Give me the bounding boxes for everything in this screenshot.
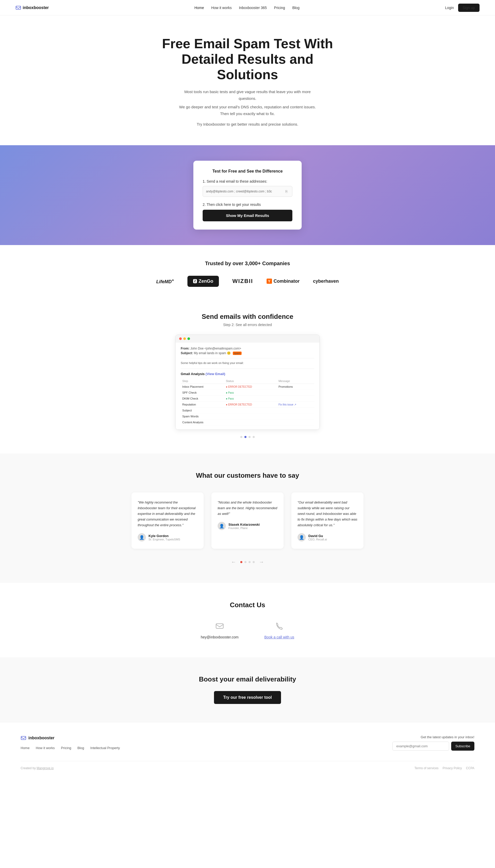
fix-link[interactable]: Fix this issue ↗ xyxy=(278,403,296,406)
avatar-2: 👤 xyxy=(218,522,226,530)
table-row: SPF Check ● Pass xyxy=(181,389,314,396)
carousel-dot-3[interactable] xyxy=(249,436,251,438)
contact-email-item: hey@inboxbooster.com xyxy=(201,622,239,639)
footer-logo-text: inboxbooster xyxy=(28,736,54,740)
phone-icon xyxy=(275,622,283,632)
nav-inboxbooster365[interactable]: Inboxbooster 365 xyxy=(239,6,267,10)
ccpa-link[interactable]: CCPA xyxy=(466,766,474,770)
hero-desc2: We go deeper and test your email's DNS c… xyxy=(175,104,320,117)
contact-section: Contact Us hey@inboxbooster.com Book a c… xyxy=(0,583,495,657)
svg-rect-0 xyxy=(16,6,21,9)
credit-link[interactable]: Mangrove.io xyxy=(37,766,54,770)
col-status: Status xyxy=(224,379,277,384)
next-arrow[interactable]: → xyxy=(259,559,264,565)
table-row: Spam Words xyxy=(181,413,314,419)
testimonials-nav: ← → xyxy=(16,559,479,565)
table-row: Inbox Placement ● ERROR DETECTED Promoti… xyxy=(181,384,314,389)
show-results-button[interactable]: Show My Email Results xyxy=(203,210,292,221)
dot-green xyxy=(187,337,190,340)
analysis-table: Step Status Message Inbox Placement ● ER… xyxy=(181,379,314,425)
footer-link-home[interactable]: Home xyxy=(21,746,30,750)
footer-link-pricing[interactable]: Pricing xyxy=(61,746,71,750)
footer-link-blog[interactable]: Blog xyxy=(78,746,84,750)
footer-link-ip[interactable]: Intellectual Property xyxy=(90,746,120,750)
prev-arrow[interactable]: ← xyxy=(231,559,236,565)
email-addresses-box: andy@ibptesto.com ; creed@ibptesto.com ;… xyxy=(203,186,292,197)
view-email-link[interactable]: (View Email) xyxy=(205,372,225,376)
testimonial-author-3: 👤 David Gu CEO, Recall.ai xyxy=(297,533,357,541)
t-dot-4[interactable] xyxy=(253,561,255,563)
resolver-button[interactable]: Try our free resolver tool xyxy=(214,691,281,704)
testimonial-author-2: 👤 Stasek Kolarzowski Founder, Plane xyxy=(218,522,277,530)
carousel-dot-2[interactable] xyxy=(244,436,246,438)
nav-signup[interactable]: Sign up xyxy=(458,4,479,12)
svg-rect-2 xyxy=(21,736,26,740)
book-call-link[interactable]: Book a call with us xyxy=(264,635,294,639)
author-name-2: Stasek Kolarzowski xyxy=(228,523,260,527)
copy-icon[interactable]: ⎘ xyxy=(284,189,289,194)
nav-logo[interactable]: inboxbooster xyxy=(16,5,49,11)
logo-icon xyxy=(16,5,21,11)
step-subtitle: Step 2: See all errors detected xyxy=(10,323,485,327)
status-badge: ● ERROR DETECTED xyxy=(226,403,252,406)
newsletter-input[interactable] xyxy=(392,741,449,751)
step2-label: 2. Then click here to get your results xyxy=(203,202,292,206)
nav-links: Home How it works Inboxbooster 365 Prici… xyxy=(194,6,300,10)
privacy-link[interactable]: Privacy Policy xyxy=(443,766,462,770)
hero-cta-text: Try Inboxbooster to get better results a… xyxy=(175,121,320,128)
contact-email: hey@inboxbooster.com xyxy=(201,635,239,639)
logos-row: LifeMD+ Z ZenGo WIZBII Y Combinator cybe… xyxy=(10,276,485,287)
t-dot-3[interactable] xyxy=(249,561,251,563)
footer-link-how[interactable]: How it works xyxy=(36,746,55,750)
hero-section: Free Email Spam Test With Detailed Resul… xyxy=(0,16,495,145)
testimonial-dots xyxy=(240,561,255,563)
testimonial-card-3: "Our email deliverability went bad sudde… xyxy=(291,493,363,549)
email-from-line: From: John Doe <john@emailinspam.com> xyxy=(181,347,314,350)
author-name-1: Kyle Gordon xyxy=(149,534,180,538)
author-role-1: Sr. Engineer, TupeloSMS xyxy=(149,538,180,541)
newsletter-form: Subscribe xyxy=(392,741,474,751)
footer-newsletter: Get the latest updates in your inbox! Su… xyxy=(392,735,474,751)
analysis-title: Gmail Analysis (View Email) xyxy=(181,372,314,376)
hero-desc1: Most tools run basic tests and give vagu… xyxy=(175,88,320,102)
col-message: Message xyxy=(277,379,314,384)
email-subject-line: Subject: My email lands in spam 🙁 spam xyxy=(181,351,314,355)
nav-pricing[interactable]: Pricing xyxy=(274,6,285,10)
footer: inboxbooster Home How it works Pricing B… xyxy=(0,722,495,778)
send-emails-section: Send emails with confidence Step 2: See … xyxy=(0,297,495,453)
terms-link[interactable]: Terms of services xyxy=(414,766,439,770)
table-row: DKIM Check ● Pass xyxy=(181,396,314,401)
screenshot-body: From: John Doe <john@emailinspam.com> Su… xyxy=(175,343,320,430)
newsletter-label: Get the latest updates in your inbox! xyxy=(392,735,474,739)
dot-red xyxy=(179,337,182,340)
status-badge: ● Pass xyxy=(226,391,234,394)
footer-bottom: Created by Mangrove.io Terms of services… xyxy=(21,761,474,770)
email-addresses-text: andy@ibptesto.com ; creed@ibptesto.com ;… xyxy=(206,189,272,193)
screenshot-container: From: John Doe <john@emailinspam.com> Su… xyxy=(175,335,320,430)
testimonials-grid: "We highly recommend the Inboxbooster te… xyxy=(132,493,363,549)
carousel-dot-1[interactable] xyxy=(240,436,242,438)
t-dot-2[interactable] xyxy=(244,561,246,563)
t-dot-1[interactable] xyxy=(240,561,242,563)
nav-how-it-works[interactable]: How it works xyxy=(211,6,232,10)
footer-legal: Terms of services Privacy Policy CCPA xyxy=(414,766,475,770)
hero-title: Free Email Spam Test With Detailed Resul… xyxy=(157,36,338,82)
testimonial-text-1: "We highly recommend the Inboxbooster te… xyxy=(138,500,198,528)
email-icon xyxy=(216,622,224,632)
testimonial-text-3: "Our email deliverability went bad sudde… xyxy=(297,500,357,528)
logo-wizbii: WIZBII xyxy=(232,278,253,285)
screenshot-titlebar xyxy=(175,335,320,343)
nav-auth: Login Sign up xyxy=(445,4,479,12)
boost-section: Boost your email deliverability Try our … xyxy=(0,657,495,722)
carousel-dots xyxy=(10,436,485,438)
carousel-dot-4[interactable] xyxy=(253,436,255,438)
avatar-3: 👤 xyxy=(297,533,306,541)
nav-home[interactable]: Home xyxy=(194,6,204,10)
trusted-section: Trusted by over 3,000+ Companies LifeMD+… xyxy=(0,245,495,297)
nav-blog[interactable]: Blog xyxy=(292,6,300,10)
logo-zengo: Z ZenGo xyxy=(187,276,219,287)
nav-login[interactable]: Login xyxy=(445,6,454,10)
subscribe-button[interactable]: Subscribe xyxy=(451,741,474,751)
send-emails-title: Send emails with confidence xyxy=(10,313,485,321)
boost-title: Boost your email deliverability xyxy=(10,675,485,683)
